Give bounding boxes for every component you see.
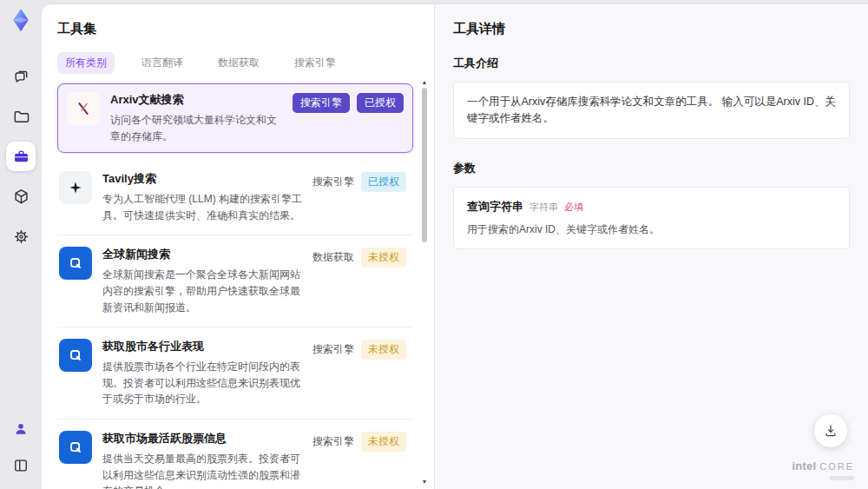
tool-name: 获取市场最活跃股票信息	[102, 431, 306, 446]
tool-card[interactable]: Arxiv文献搜索 访问各个研究领域大量科学论文和文章的存储库。 搜索引擎 已授…	[57, 83, 413, 153]
category-tab[interactable]: 所有类别	[57, 52, 115, 74]
tool-name: 获取股市各行业表现	[102, 339, 306, 354]
tool-card-body: 全球新闻搜索 全球新闻搜索是一个聚合全球各大新闻网站内容的搜索引擎，帮助用户快速…	[102, 247, 312, 315]
sidebar-nav	[6, 62, 36, 251]
tool-card-body: Arxiv文献搜索 访问各个研究领域大量科学论文和文章的存储库。	[110, 92, 293, 144]
tool-status-badge: 未授权	[361, 340, 406, 360]
news-search-icon	[59, 247, 92, 280]
tool-category-badge: 搜索引擎	[312, 172, 354, 192]
tool-status-badge: 已授权	[361, 172, 406, 192]
toolbox-icon	[12, 148, 30, 166]
tab-label: 搜索引擎	[294, 56, 336, 69]
category-tab[interactable]: 语言翻译	[134, 52, 191, 74]
sidebar-item-collapse[interactable]	[6, 451, 36, 480]
parameter-card: 查询字符串 字符串 必填 用于搜索的Arxiv ID、关键字或作者姓名。	[453, 187, 850, 249]
download-icon	[823, 423, 838, 439]
tool-category-badge: 数据获取	[312, 248, 354, 268]
settings-icon	[12, 228, 30, 246]
sidebar-item-toolset[interactable]	[6, 142, 36, 171]
page-title: 工具集	[57, 21, 434, 37]
tool-status-badge: 未授权	[361, 432, 406, 452]
param-list: 查询字符串 字符串 必填 用于搜索的Arxiv ID、关键字或作者姓名。	[453, 187, 850, 249]
scroll-up-arrow[interactable]: ▲	[420, 79, 429, 86]
tool-name: Arxiv文献搜索	[110, 92, 286, 108]
tool-card[interactable]: 全球新闻搜索 全球新闻搜索是一个聚合全球各大新闻网站内容的搜索引擎，帮助用户快速…	[57, 235, 413, 327]
tavily-icon	[59, 171, 92, 204]
brand-core: CORE	[819, 461, 854, 472]
app-logo[interactable]	[7, 6, 35, 34]
tool-intro-text: 一个用于从Arxiv存储库搜索科学论文和文章的工具。 输入可以是Arxiv ID…	[453, 82, 850, 139]
tool-badges: 搜索引擎 未授权	[312, 340, 406, 360]
tool-category-badge: 搜索引擎	[312, 340, 354, 360]
brand-subtext-bar	[830, 476, 854, 480]
sidebar-item-packages[interactable]	[6, 182, 36, 211]
tool-badges: 搜索引擎 已授权	[312, 172, 406, 192]
tool-card[interactable]: 获取股市各行业表现 提供股票市场各个行业在特定时间段内的表现。投资者可以利用这些…	[57, 327, 413, 420]
params-heading: 参数	[453, 161, 850, 176]
tools-panel: 工具集 所有类别 语言翻译 数据获取 搜索引擎 Arxiv文献搜索 访问各个研究…	[42, 4, 434, 489]
tool-description: 专为人工智能代理 (LLM) 构建的搜索引擎工具。可快速提供实时、准确和真实的结…	[102, 191, 306, 223]
parameter-head: 查询字符串 字符串 必填	[467, 199, 836, 215]
tool-description: 全球新闻搜索是一个聚合全球各大新闻网站内容的搜索引擎，帮助用户快速获取全球最新资…	[102, 267, 306, 315]
intro-heading: 工具介绍	[453, 56, 850, 71]
tab-label: 语言翻译	[141, 56, 183, 69]
sidebar-bottom	[6, 414, 36, 480]
logo-icon	[8, 7, 34, 33]
tool-card[interactable]: 获取市场最活跃股票信息 提供当天交易量最高的股票列表。投资者可以利用这些信息来识…	[57, 420, 413, 489]
param-type: 字符串	[529, 201, 558, 214]
user-icon	[12, 420, 30, 438]
tool-card[interactable]: Tavily搜索 专为人工智能代理 (LLM) 构建的搜索引擎工具。可快速提供实…	[57, 160, 413, 235]
sidebar-item-chat[interactable]	[6, 62, 36, 91]
panel-toggle-icon	[12, 457, 30, 474]
tool-status-badge: 已授权	[357, 93, 404, 113]
tab-label: 数据获取	[218, 56, 260, 69]
tool-name: Tavily搜索	[102, 171, 306, 187]
main-content: 工具集 所有类别 语言翻译 数据获取 搜索引擎 Arxiv文献搜索 访问各个研究…	[42, 3, 868, 489]
download-button[interactable]	[814, 414, 847, 447]
category-tab[interactable]: 数据获取	[210, 52, 267, 74]
tool-description: 访问各个研究领域大量科学论文和文章的存储库。	[110, 112, 286, 144]
category-tabs: 所有类别 语言翻译 数据获取 搜索引擎	[57, 52, 434, 74]
tool-description: 提供股票市场各个行业在特定时间段内的表现。投资者可以利用这些信息来识别表现优于或…	[102, 359, 306, 407]
tool-category-badge: 搜索引擎	[293, 93, 350, 113]
tool-description: 提供当天交易量最高的股票列表。投资者可以利用这些信息来识别流动性强的股票和潜在的…	[102, 451, 306, 489]
scrollbar-thumb[interactable]	[422, 88, 427, 242]
folder-icon	[12, 108, 30, 126]
sidebar-item-files[interactable]	[6, 102, 36, 131]
tool-badges: 数据获取 未授权	[312, 248, 406, 268]
tool-list: Arxiv文献搜索 访问各个研究领域大量科学论文和文章的存储库。 搜索引擎 已授…	[57, 83, 434, 489]
news-search-icon	[59, 431, 92, 464]
chat-icon	[12, 68, 30, 86]
tool-details-panel: 工具详情 工具介绍 一个用于从Arxiv存储库搜索科学论文和文章的工具。 输入可…	[434, 4, 868, 489]
tool-card-body: 获取股市各行业表现 提供股票市场各个行业在特定时间段内的表现。投资者可以利用这些…	[102, 339, 312, 407]
tool-category-badge: 搜索引擎	[312, 432, 354, 452]
tool-card-body: 获取市场最活跃股票信息 提供当天交易量最高的股票列表。投资者可以利用这些信息来识…	[102, 431, 312, 489]
param-description: 用于搜索的Arxiv ID、关键字或作者姓名。	[467, 222, 836, 237]
tool-card-body: Tavily搜索 专为人工智能代理 (LLM) 构建的搜索引擎工具。可快速提供实…	[102, 171, 312, 223]
category-tab[interactable]: 搜索引擎	[286, 52, 344, 74]
tab-label: 所有类别	[65, 56, 107, 69]
tool-status-badge: 未授权	[361, 248, 406, 268]
list-scrollbar: ▲ ▼	[420, 79, 429, 486]
tool-name: 全球新闻搜索	[102, 247, 306, 262]
sidebar-item-settings[interactable]	[6, 221, 36, 251]
param-required-badge: 必填	[564, 201, 583, 214]
tool-badges: 搜索引擎 未授权	[312, 432, 406, 452]
scroll-down-arrow[interactable]: ▼	[420, 479, 429, 486]
details-title: 工具详情	[453, 21, 850, 37]
arxiv-icon	[67, 92, 100, 125]
tool-badges: 搜索引擎 已授权	[293, 93, 404, 113]
app-sidebar	[0, 0, 42, 489]
brand-intel: intel	[792, 459, 816, 472]
sidebar-item-account[interactable]	[6, 414, 36, 444]
news-search-icon	[59, 339, 92, 372]
param-name: 查询字符串	[467, 199, 523, 215]
package-icon	[12, 188, 30, 206]
intel-core-logo: intelCORE	[792, 459, 854, 480]
